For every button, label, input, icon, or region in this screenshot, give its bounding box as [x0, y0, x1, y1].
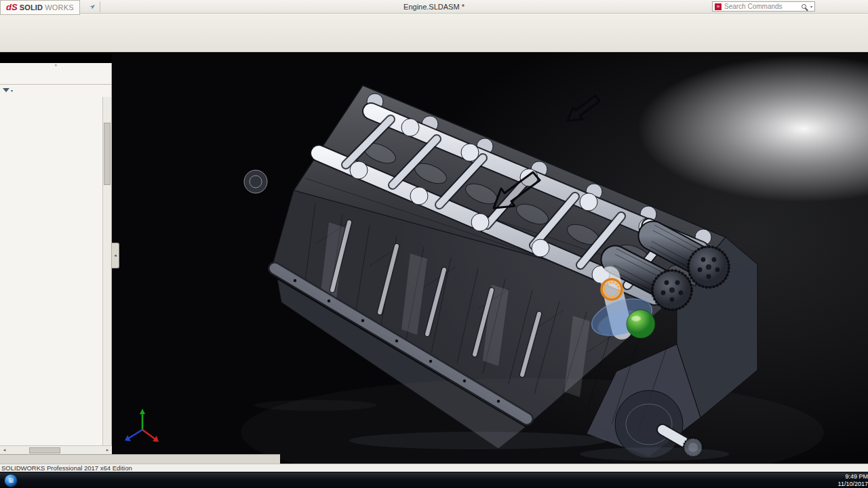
ds-logo-icon: dS [6, 2, 18, 12]
graphics-area[interactable] [112, 53, 868, 464]
search-icon[interactable] [802, 4, 806, 9]
panel-splitter-handle[interactable]: ● [0, 63, 111, 68]
search-sw-icon: » [715, 3, 722, 10]
tree-vertical-scrollbar[interactable] [102, 97, 111, 445]
windows-taskbar: ⊞ 9:49 PM 11/10/2017 [0, 472, 868, 488]
command-manager-ribbon [0, 14, 868, 52]
search-commands-box[interactable]: » Search Commands ▾ [712, 1, 815, 12]
status-edition-text: SOLIDWORKS Professional 2017 x64 Edition [1, 464, 132, 472]
search-caret-icon[interactable]: ▾ [810, 4, 812, 9]
hscroll-left-arrow[interactable]: ◂ [0, 447, 9, 453]
selected-ball-highlight[interactable] [627, 310, 655, 338]
hscroll-thumb[interactable] [29, 447, 60, 453]
pin-menu-icon[interactable]: ➢ [87, 1, 98, 12]
model-motion-tab-bar [0, 454, 280, 464]
solidworks-logo: dSSOLIDWORKS [0, 0, 80, 15]
feature-manager-panel: ● ▾ ◂ ▸ [0, 63, 112, 454]
feature-tree [0, 97, 103, 445]
filter-funnel-icon [3, 88, 9, 92]
tree-horizontal-scrollbar[interactable]: ◂ ▸ [0, 445, 112, 454]
taskbar-clock[interactable]: 9:49 PM 11/10/2017 [838, 473, 868, 487]
engine-model[interactable] [112, 53, 868, 464]
panel-collapse-tab[interactable]: ◂ [112, 243, 119, 268]
start-button[interactable]: ⊞ [4, 474, 18, 487]
hscroll-right-arrow[interactable]: ▸ [103, 447, 112, 453]
clock-date: 11/10/2017 [838, 481, 868, 487]
logo-text-solid: SOLID [20, 3, 43, 12]
status-bar: SOLIDWORKS Professional 2017 x64 Edition [0, 464, 868, 472]
logo-text-works: WORKS [45, 3, 74, 12]
document-title: Engine.SLDASM * [403, 3, 465, 11]
quick-access-toolbar [100, 1, 104, 12]
search-placeholder: Search Commands [724, 3, 799, 10]
clock-time: 9:49 PM [838, 473, 868, 480]
panel-tab-strip [0, 68, 111, 85]
tree-filter[interactable]: ▾ [0, 85, 111, 96]
vscroll-thumb[interactable] [104, 123, 111, 185]
title-bar: dSSOLIDWORKS ➢ Engine.SLDASM * » Search … [0, 0, 868, 14]
